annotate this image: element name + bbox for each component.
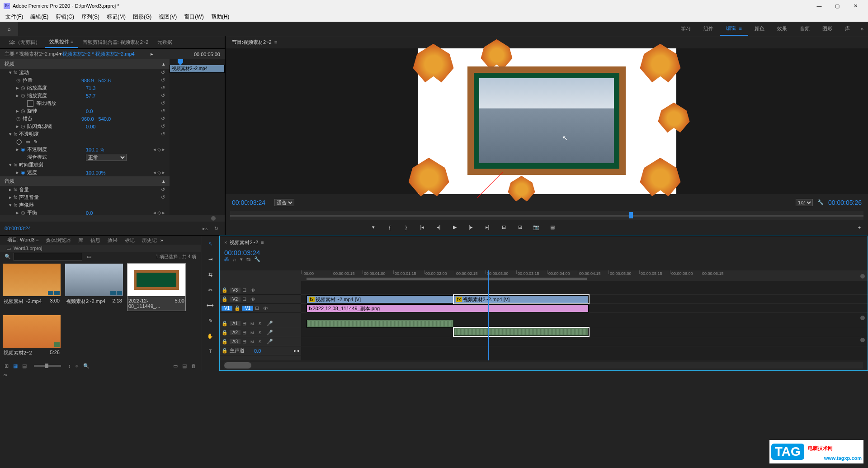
effect-volume[interactable]: ▸fx音量↺ xyxy=(0,186,170,194)
track-header-a1[interactable]: 🔒A1⊟MS🎤 xyxy=(220,319,301,328)
track-a2[interactable] xyxy=(301,328,868,337)
close-button[interactable]: ✕ xyxy=(846,0,864,12)
ellipse-mask-icon[interactable]: ◯ xyxy=(16,139,22,145)
mute-button[interactable]: M xyxy=(250,321,257,326)
speed-value[interactable]: 100.00% xyxy=(86,170,110,175)
lock-icon[interactable]: 🔒 xyxy=(222,330,228,336)
sync-lock-icon[interactable]: ⊟ xyxy=(242,287,249,293)
minimize-button[interactable]: — xyxy=(810,0,828,12)
voice-icon[interactable]: 🎤 xyxy=(267,321,273,326)
stopwatch-icon[interactable]: ◷ xyxy=(21,108,27,114)
track-v2[interactable]: fx视频素材 ~2.mp4 [V] fx视频素材2~2.mp4 [V] xyxy=(301,295,868,304)
program-resolution-select[interactable]: 1/2 xyxy=(796,199,813,206)
keyframe-nav[interactable]: ◂ ◇ ▸ xyxy=(153,170,165,175)
workspace-learn[interactable]: 学习 xyxy=(675,22,697,36)
timeline-ruler[interactable]: :00:0000:00:00:1500:00:01:0000:00:01:150… xyxy=(301,270,868,281)
tab-media-browser[interactable]: 媒体浏览器 xyxy=(42,236,75,245)
sync-lock-icon[interactable]: ⊟ xyxy=(255,305,261,311)
ripple-edit-tool[interactable]: ⇆ xyxy=(205,269,216,280)
scale-width-value[interactable]: 57.7 xyxy=(86,93,100,99)
link-icon[interactable]: ∞ xyxy=(4,372,7,378)
program-scrubber[interactable] xyxy=(230,211,863,220)
pen-mask-icon[interactable]: ✎ xyxy=(33,139,38,145)
play-only-icon[interactable]: ▸▵ xyxy=(201,224,209,232)
ec-current-timecode[interactable]: 00:00:03:24 xyxy=(5,226,31,231)
lock-icon[interactable]: 🔒 xyxy=(222,287,228,293)
workspace-libraries[interactable]: 库 xyxy=(839,22,856,36)
tab-info[interactable]: 信息 xyxy=(87,236,104,245)
stopwatch-icon[interactable]: ◉ xyxy=(21,170,27,175)
tab-metadata[interactable]: 元数据 xyxy=(153,37,177,47)
track-a3[interactable] xyxy=(301,337,868,346)
chevron-down-icon[interactable]: ▾ xyxy=(59,51,62,57)
clip-video[interactable]: fx视频素材2~2.mp4 [V] xyxy=(454,295,589,303)
workspace-audio[interactable]: 音频 xyxy=(793,22,816,36)
track-select-tool[interactable]: ⇥ xyxy=(205,254,216,265)
workspace-assembly[interactable]: 组件 xyxy=(697,22,720,36)
track-header-v1[interactable]: V1🔒V1⊟👁 xyxy=(220,304,301,313)
reset-icon[interactable]: ↺ xyxy=(161,100,165,106)
step-forward-button[interactable]: |▸ xyxy=(467,223,475,232)
menu-window[interactable]: 窗口(W) xyxy=(180,12,207,22)
tab-audio-mixer[interactable]: 音频剪辑混合器: 视频素材2~2 xyxy=(78,37,153,47)
effect-motion[interactable]: ▾fx运动↺ xyxy=(0,69,170,76)
sort-icon[interactable]: ↕ xyxy=(68,363,71,369)
slip-tool[interactable]: ⟷ xyxy=(205,300,216,311)
track-header-a3[interactable]: 🔒A3⊟MS🎤 xyxy=(220,337,301,346)
tab-effects[interactable]: 效果 xyxy=(104,236,121,245)
reset-icon[interactable]: ↺ xyxy=(161,187,165,193)
balance-value[interactable]: 0.0 xyxy=(86,210,97,216)
lock-icon[interactable]: 🔒 xyxy=(222,348,228,354)
new-bin-icon[interactable]: ▭ xyxy=(173,363,178,369)
stopwatch-icon[interactable]: ◷ xyxy=(16,116,23,122)
extract-button[interactable]: ⊞ xyxy=(516,223,524,232)
track-header-v3[interactable]: 🔒V3⊟👁 xyxy=(220,286,301,295)
timeline-sequence-name[interactable]: 视频素材2~2 xyxy=(230,239,258,246)
hamburger-icon[interactable]: ≡ xyxy=(274,39,277,45)
play-arrow-icon[interactable]: ▸ xyxy=(151,51,153,57)
workspace-editing[interactable]: 编辑 ≡ xyxy=(720,22,748,36)
razor-tool[interactable]: ✂ xyxy=(205,284,216,295)
freeform-view-icon[interactable]: ▤ xyxy=(22,363,27,369)
stopwatch-icon[interactable]: ◷ xyxy=(21,210,27,215)
track-v1[interactable]: fx2022-12-08_111449_副本.png xyxy=(301,304,868,313)
mute-button[interactable]: M xyxy=(250,340,257,344)
track-header-v2[interactable]: 🔒V2⊟👁 xyxy=(220,295,301,304)
bin-item[interactable]: 视频素材2~25:26 xyxy=(3,315,61,358)
hamburger-icon[interactable]: ≡ xyxy=(261,240,264,245)
keyframe-nav[interactable]: ◂ ◇ ▸ xyxy=(153,147,165,152)
solo-button[interactable]: S xyxy=(259,331,265,335)
reset-icon[interactable]: ↺ xyxy=(161,70,165,76)
reset-icon[interactable]: ↺ xyxy=(161,108,165,114)
program-viewer[interactable]: ↖ xyxy=(226,48,868,194)
program-playhead[interactable] xyxy=(629,212,633,218)
clip-video[interactable]: fx视频素材 ~2.mp4 [V] xyxy=(307,295,454,303)
bin-item[interactable]: 视频素材 ~2.mp43:00 xyxy=(3,264,61,311)
project-search-input[interactable] xyxy=(14,253,82,261)
program-current-tc[interactable]: 00:00:03:24 xyxy=(232,199,265,206)
source-patch-v1[interactable]: V1 xyxy=(222,306,232,311)
list-view-icon[interactable]: ⊞ xyxy=(5,363,9,369)
menu-sequence[interactable]: 序列(S) xyxy=(78,12,103,22)
master-value[interactable]: 0.0 xyxy=(254,348,261,354)
solo-button[interactable]: S xyxy=(259,321,265,326)
timeline-close-icon[interactable]: × xyxy=(224,240,227,245)
lift-button[interactable]: ⊟ xyxy=(500,223,508,232)
ec-master-crumb[interactable]: 主要 * 视频素材2~2.mp4 xyxy=(5,51,59,57)
menu-marker[interactable]: 标记(M) xyxy=(103,12,129,22)
uniform-scale-checkbox[interactable] xyxy=(27,100,33,107)
lock-icon[interactable]: 🔒 xyxy=(222,296,228,302)
anchor-y[interactable]: 540.0 xyxy=(99,116,116,122)
overflow-icon[interactable]: » xyxy=(160,237,163,243)
scroll-thumb[interactable] xyxy=(224,362,251,369)
bin-item[interactable]: 视频素材2~2.mp42:18 xyxy=(65,264,123,311)
play-button[interactable]: ▶ xyxy=(451,223,459,232)
effect-opacity[interactable]: ▾fx不透明度↺ xyxy=(0,130,170,138)
track-v3[interactable] xyxy=(301,286,868,295)
track-a1[interactable] xyxy=(301,319,868,328)
auto-sequence-icon[interactable]: ⎆ xyxy=(75,363,79,369)
effect-panner[interactable]: ▾fx声像器 xyxy=(0,201,170,209)
vertical-zoom-handle[interactable] xyxy=(860,274,865,279)
stopwatch-icon[interactable]: ◷ xyxy=(21,93,27,99)
position-x[interactable]: 988.9 xyxy=(81,78,99,83)
